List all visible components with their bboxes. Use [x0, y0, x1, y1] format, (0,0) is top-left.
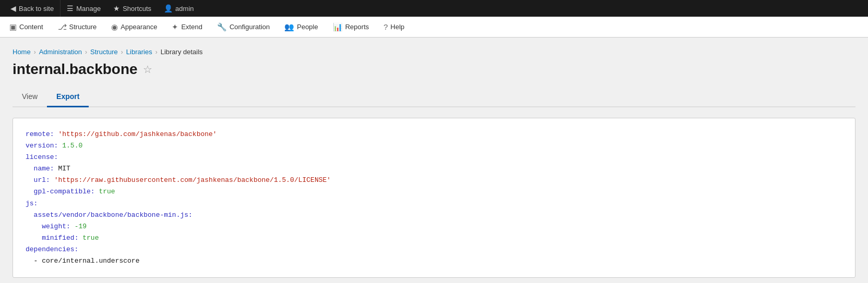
- breadcrumb-libraries[interactable]: Libraries: [126, 48, 152, 56]
- page-content: Home › Administration › Structure › Libr…: [0, 38, 868, 283]
- nav-people[interactable]: 👥 People: [277, 17, 325, 37]
- nav-appearance[interactable]: ◉ Appearance: [104, 17, 164, 37]
- people-icon: 👥: [284, 22, 294, 32]
- back-icon: ◀: [10, 4, 16, 13]
- structure-icon: ⎇: [58, 22, 67, 32]
- tab-view[interactable]: View: [13, 88, 47, 107]
- bookmark-star-icon[interactable]: ☆: [143, 63, 152, 76]
- admin-bar: ◀ Back to site ☰ Manage ★ Shortcuts 👤 ad…: [0, 0, 868, 17]
- breadcrumb-sep-3: ›: [121, 48, 123, 56]
- breadcrumb-administration[interactable]: Administration: [39, 48, 82, 56]
- nav-content[interactable]: ▣ Content: [2, 17, 51, 37]
- secondary-nav: ▣ Content ⎇ Structure ◉ Appearance ✦ Ext…: [0, 17, 868, 38]
- nav-reports[interactable]: 📊 Reports: [326, 17, 377, 37]
- back-to-site-link[interactable]: ◀ Back to site: [4, 0, 61, 17]
- page-title-row: internal.backbone ☆: [13, 61, 855, 78]
- tabs: View Export: [13, 88, 855, 107]
- breadcrumb-sep-2: ›: [85, 48, 87, 56]
- shortcuts-icon: ★: [113, 4, 120, 13]
- breadcrumb-sep-4: ›: [155, 48, 158, 56]
- breadcrumb: Home › Administration › Structure › Libr…: [13, 48, 855, 56]
- nav-structure[interactable]: ⎇ Structure: [51, 17, 104, 37]
- breadcrumb-home[interactable]: Home: [13, 48, 31, 56]
- nav-extend[interactable]: ✦ Extend: [164, 17, 209, 37]
- manage-icon: ☰: [67, 4, 74, 13]
- nav-help[interactable]: ? Help: [376, 17, 412, 37]
- page-title: internal.backbone: [13, 61, 138, 78]
- help-icon: ?: [383, 22, 388, 31]
- tab-export[interactable]: Export: [47, 88, 89, 107]
- reports-icon: 📊: [333, 22, 343, 32]
- content-icon: ▣: [9, 22, 17, 32]
- admin-user-menu[interactable]: 👤 admin: [158, 0, 200, 17]
- user-icon: 👤: [164, 4, 173, 13]
- appearance-icon: ◉: [111, 22, 118, 32]
- nav-configuration[interactable]: 🔧 Configuration: [210, 17, 277, 37]
- breadcrumb-current: Library details: [161, 48, 203, 56]
- code-block: remote: 'https://github.com/jashkenas/ba…: [13, 118, 855, 278]
- manage-menu[interactable]: ☰ Manage: [61, 0, 107, 17]
- shortcuts-menu[interactable]: ★ Shortcuts: [107, 0, 158, 17]
- configuration-icon: 🔧: [217, 22, 227, 32]
- breadcrumb-sep-1: ›: [34, 48, 36, 56]
- extend-icon: ✦: [172, 22, 178, 32]
- breadcrumb-structure[interactable]: Structure: [90, 48, 118, 56]
